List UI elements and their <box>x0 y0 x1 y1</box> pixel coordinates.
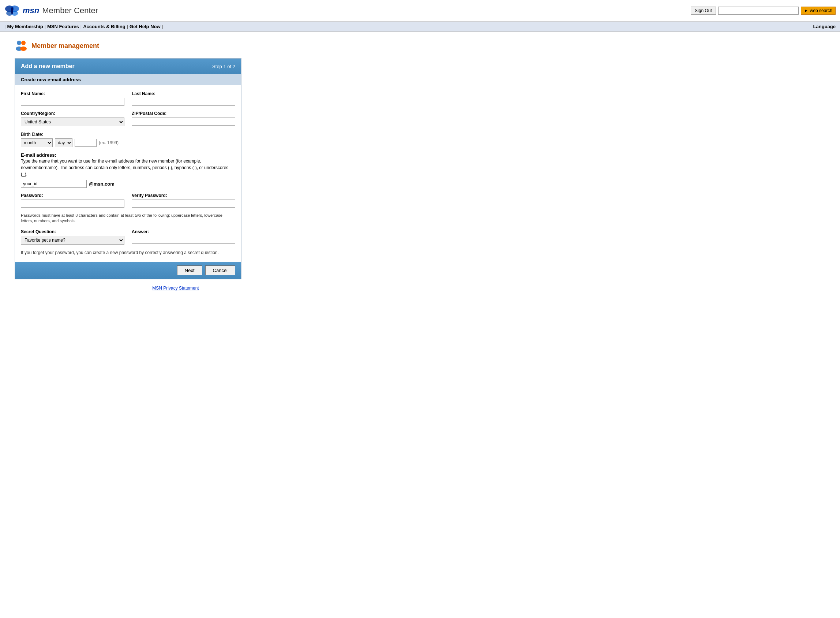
nav-get-help[interactable]: Get Help Now <box>129 24 161 29</box>
privacy-link-area: MSN Privacy Statement <box>15 285 336 291</box>
nav-my-membership[interactable]: My Membership <box>7 24 43 29</box>
verify-password-label: Verify Password: <box>132 193 235 198</box>
page-header: msn Member Center Sign Out ► web search <box>0 0 840 22</box>
form-header: Add a new member Step 1 of 2 <box>15 59 241 74</box>
first-name-input[interactable] <box>21 98 124 106</box>
birth-year-input[interactable] <box>75 139 96 147</box>
search-arrow-icon: ► <box>804 8 809 13</box>
msn-butterfly-icon <box>4 3 20 18</box>
password-col: Password: <box>21 193 124 208</box>
email-input-row: @msn.com <box>21 180 235 188</box>
birth-date-inputs: monthJanuaryFebruaryMarchAprilMayJuneJul… <box>21 138 235 147</box>
search-btn-label: web search <box>810 8 832 13</box>
nav-separator: | <box>44 24 46 29</box>
answer-input[interactable] <box>132 236 235 244</box>
privacy-link[interactable]: MSN Privacy Statement <box>152 285 199 291</box>
email-section: E-mail address: Type the name that you w… <box>21 152 235 188</box>
form-step: Step 1 of 2 <box>212 64 235 69</box>
site-title: Member Center <box>42 6 98 15</box>
first-name-label: First Name: <box>21 91 124 96</box>
add-member-panel: Add a new member Step 1 of 2 Create new … <box>15 58 241 279</box>
msn-logo-text: msn <box>23 6 39 15</box>
main-content: Member management Add a new member Step … <box>0 32 351 298</box>
form-body: First Name: Last Name: Country/Region: U… <box>15 85 241 262</box>
email-input[interactable] <box>21 180 87 188</box>
birth-date-row: Birth Date: monthJanuaryFebruaryMarchApr… <box>21 131 235 147</box>
country-label: Country/Region: <box>21 111 124 116</box>
page-title: Member management <box>31 42 99 50</box>
language-label: Language <box>813 24 836 29</box>
email-description: Type the name that you want to use for t… <box>21 158 235 178</box>
form-footer: Next Cancel <box>15 262 241 279</box>
year-example: (ex. 1999) <box>99 140 119 146</box>
nav-separator: | <box>127 24 128 29</box>
email-label: E-mail address: <box>21 152 56 158</box>
country-col: Country/Region: United StatesCanadaUnite… <box>21 111 124 126</box>
secret-question-label: Secret Question: <box>21 229 124 234</box>
password-label: Password: <box>21 193 124 198</box>
members-icon <box>15 39 28 52</box>
svg-point-5 <box>17 41 21 45</box>
zip-col: ZIP/Postal Code: <box>132 111 235 126</box>
form-header-title: Add a new member <box>21 63 75 70</box>
header-right: Sign Out ► web search <box>691 7 836 15</box>
country-select[interactable]: United StatesCanadaUnited KingdomAustral… <box>21 117 124 126</box>
email-domain: @msn.com <box>89 181 114 187</box>
nav-separator: | <box>80 24 81 29</box>
last-name-input[interactable] <box>132 98 235 106</box>
form-subheader: Create new e-mail address <box>15 74 241 85</box>
password-hint: Passwords must have at least 8 character… <box>21 213 235 224</box>
zip-input[interactable] <box>132 117 235 126</box>
next-button[interactable]: Next <box>177 266 202 275</box>
page-title-area: Member management <box>15 39 336 52</box>
password-input[interactable] <box>21 199 124 208</box>
answer-label: Answer: <box>132 229 235 234</box>
secret-question-select[interactable]: Favorite pet's name?Mother's maiden name… <box>21 236 124 245</box>
search-input[interactable] <box>718 7 799 15</box>
logo-area: msn Member Center <box>4 3 98 18</box>
secret-hint: If you forget your password, you can cre… <box>21 250 235 256</box>
birth-month-select[interactable]: monthJanuaryFebruaryMarchAprilMayJuneJul… <box>21 138 53 147</box>
nav-separator: | <box>162 24 163 29</box>
svg-point-8 <box>20 46 27 51</box>
secret-question-col: Secret Question: Favorite pet's name?Mot… <box>21 229 124 245</box>
nav-accounts-billing[interactable]: Accounts & Billing <box>83 24 126 29</box>
country-zip-row: Country/Region: United StatesCanadaUnite… <box>21 111 235 126</box>
nav-separator: | <box>4 24 6 29</box>
svg-point-4 <box>11 7 13 14</box>
zip-label: ZIP/Postal Code: <box>132 111 235 116</box>
search-button[interactable]: ► web search <box>801 7 836 15</box>
verify-password-input[interactable] <box>132 199 235 208</box>
nav-bar: | My Membership | MSN Features | Account… <box>0 22 840 32</box>
answer-col: Answer: <box>132 229 235 245</box>
first-name-col: First Name: <box>21 91 124 106</box>
sign-out-button[interactable]: Sign Out <box>691 7 716 15</box>
birth-day-select[interactable]: day1234567891011121314151617181920212223… <box>55 138 73 147</box>
last-name-col: Last Name: <box>132 91 235 106</box>
password-row: Password: Verify Password: <box>21 193 235 208</box>
verify-password-col: Verify Password: <box>132 193 235 208</box>
name-row: First Name: Last Name: <box>21 91 235 106</box>
last-name-label: Last Name: <box>132 91 235 96</box>
birth-date-label: Birth Date: <box>21 131 235 137</box>
nav-msn-features[interactable]: MSN Features <box>47 24 79 29</box>
cancel-button[interactable]: Cancel <box>205 266 235 275</box>
secret-question-row: Secret Question: Favorite pet's name?Mot… <box>21 229 235 245</box>
svg-point-7 <box>21 41 26 45</box>
nav-left: | My Membership | MSN Features | Account… <box>4 24 163 29</box>
